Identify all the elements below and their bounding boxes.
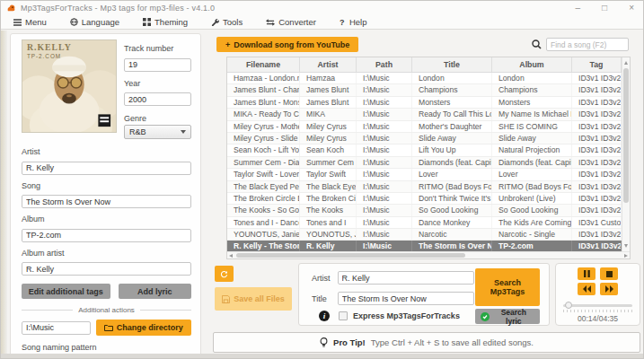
cell-path: I:\Music [357, 144, 412, 155]
cell-path: I:\Music [357, 181, 412, 192]
cell-filename: Miley Cyrus - Mother's D... [227, 121, 300, 132]
column-header[interactable]: Album [492, 57, 572, 72]
table-row[interactable]: Miley Cyrus - Mother's D...Miley CyrusI:… [227, 121, 622, 133]
pro-tip-bar: Pro Tip! Type Ctrl + Alt + S to save all… [213, 332, 640, 353]
cell-filename: MIKA - Ready To Call Thi... [227, 109, 300, 119]
menu-item-menu[interactable]: Menu [13, 17, 47, 27]
save-all-files-label: Save all Files [234, 294, 285, 303]
seek-slider-track[interactable] [563, 304, 632, 307]
cell-tag: ID3v1 ID3v2 C [572, 169, 622, 180]
artist-field[interactable] [22, 162, 191, 175]
seek-slider[interactable] [563, 302, 632, 309]
detail-title-field[interactable] [338, 292, 474, 305]
express-checkbox[interactable] [339, 311, 348, 320]
lightbulb-icon [320, 337, 328, 348]
year-field[interactable] [124, 92, 191, 106]
express-checkbox-label: Express Mp3TagsForTracks [353, 311, 460, 320]
search-input[interactable] [546, 38, 629, 51]
table-row[interactable]: Miley Cyrus - Slide Away....Miley CyrusI… [227, 133, 622, 144]
track-number-field[interactable] [124, 58, 191, 72]
cell-filename: R. Kelly - The Storm Is O... [227, 241, 300, 251]
pause-button[interactable] [578, 267, 595, 280]
change-directory-button[interactable]: Change directory [96, 320, 191, 336]
table-row[interactable]: Hamzaa - London.mp3HamzaaI:\MusicLondonL… [227, 73, 622, 84]
song-field[interactable] [22, 195, 191, 208]
horizontal-scrollbar-thumb[interactable] [236, 253, 465, 258]
cell-filename: The Kooks - So Good Loo... [227, 205, 300, 215]
table-row[interactable]: Tones and I - Dance Mon...Tones and II:\… [227, 217, 622, 229]
cell-path: I:\Music [357, 193, 412, 204]
menu-item-converter[interactable]: Converter [266, 17, 316, 27]
save-all-files-button[interactable]: Save all Files [215, 287, 292, 311]
menu-item-label: Language [82, 17, 119, 27]
rewind-button[interactable] [578, 283, 595, 295]
table-row[interactable]: Sean Koch - Lift You Up....Sean KochI:\M… [227, 144, 622, 156]
menu-item-tools[interactable]: Tools [211, 17, 243, 27]
scroll-left-icon[interactable] [229, 254, 233, 258]
cell-album: So Good Looking [492, 205, 572, 215]
table-row[interactable]: James Blunt - Monsters....James BluntI:\… [227, 97, 622, 109]
minimize-button[interactable]: – [576, 2, 581, 14]
menu-item-theming[interactable]: Theming [143, 17, 188, 27]
download-youtube-button[interactable]: + Download song from YouTube [216, 37, 358, 52]
detail-title-label: Title [312, 294, 327, 303]
tag-search-card: Artist Title i Express Mp3TagsForTracks … [298, 263, 550, 326]
edit-additional-tags-button[interactable]: Edit additional tags [22, 284, 110, 299]
seek-slider-thumb[interactable] [565, 302, 572, 309]
cell-album: TP-2.com [492, 241, 572, 251]
menu-item-language[interactable]: Language [70, 17, 119, 27]
genre-dropdown[interactable]: R&B [124, 125, 191, 139]
grid-icon [143, 18, 151, 26]
forward-button[interactable] [600, 283, 618, 295]
info-icon[interactable]: i [319, 311, 330, 321]
cell-tag: ID3v1 ID3v2 C [572, 193, 622, 204]
stop-button[interactable] [600, 267, 618, 280]
column-header[interactable]: Filename [227, 57, 300, 72]
table-row[interactable]: The Broken Circle Breakd...The Broken Ci… [227, 193, 622, 205]
menu-item-help[interactable]: ? Help [340, 17, 367, 27]
horizontal-scrollbar[interactable] [227, 251, 630, 258]
scroll-right-icon[interactable] [624, 254, 628, 258]
search-lyric-button[interactable]: Search lyric [475, 309, 540, 324]
cell-album: Unbroken! (Live) [492, 193, 572, 204]
table-row[interactable]: YOUNOTUS, Janieck & S...YOUNOTUS, Janiec… [227, 229, 622, 241]
detail-artist-field[interactable] [338, 271, 474, 285]
cell-album: Diamonds (feat. Capital Bra) [492, 157, 572, 168]
table-row[interactable]: R. Kelly - The Storm Is O...R. KellyI:\M… [227, 241, 622, 251]
scroll-up-icon[interactable] [624, 61, 628, 65]
table-row[interactable]: The Black Eyed Peas - RI...The Black Eye… [227, 181, 622, 193]
table-row[interactable]: Taylor Swift - Lover.mp3Taylor SwiftI:\M… [227, 169, 622, 180]
cell-artist: Tones and I [300, 217, 357, 228]
add-lyric-button[interactable]: Add lyric [119, 284, 191, 299]
directory-field[interactable] [22, 321, 91, 335]
column-header[interactable]: Tag [572, 57, 622, 72]
cell-filename: The Broken Circle Breakd... [227, 193, 300, 204]
cell-title: Lift You Up [412, 144, 492, 155]
cell-album: RITMO (Bad Boys For Life) [492, 181, 572, 192]
stop-icon [606, 271, 613, 277]
column-header[interactable]: Artist [300, 57, 357, 72]
cell-filename: Sean Koch - Lift You Up.... [227, 144, 300, 155]
album-artist-field[interactable] [22, 262, 191, 276]
cell-tag: ID3v1 ID3v2 [572, 241, 622, 251]
cell-filename: The Black Eyed Peas - RI... [227, 181, 300, 192]
cell-artist: Miley Cyrus [300, 133, 357, 144]
album-field[interactable] [22, 229, 191, 242]
vertical-scrollbar-thumb[interactable] [623, 68, 629, 203]
maximize-button[interactable]: □ [602, 2, 607, 14]
table-row[interactable]: Summer Cem - Diamond...Summer CemI:\Musi… [227, 157, 622, 169]
table-row[interactable]: James Blunt - Champion...James BluntI:\M… [227, 84, 622, 96]
scroll-down-icon[interactable] [624, 244, 628, 248]
table-row[interactable]: MIKA - Ready To Call Thi...MIKAI:\MusicR… [227, 109, 622, 120]
refresh-button[interactable] [215, 266, 234, 282]
column-header[interactable]: Path [357, 57, 412, 72]
close-button[interactable]: × [629, 2, 634, 14]
cell-artist: Hamzaa [300, 73, 357, 83]
column-header[interactable]: Title [412, 57, 492, 72]
change-directory-label: Change directory [117, 323, 183, 332]
search-mp3tags-button[interactable]: Search Mp3Tags [475, 268, 540, 306]
vertical-scrollbar[interactable] [622, 57, 630, 251]
table-row[interactable]: The Kooks - So Good Loo...The KooksI:\Mu… [227, 205, 622, 216]
cell-path: I:\Music [357, 205, 412, 215]
refresh-icon [220, 269, 228, 279]
